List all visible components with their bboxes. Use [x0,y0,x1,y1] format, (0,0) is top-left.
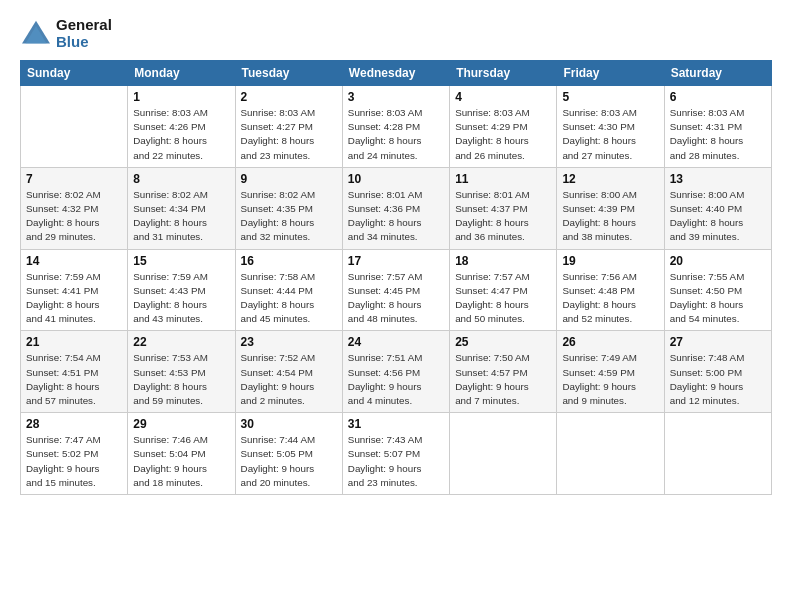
day-info: Sunrise: 7:57 AMSunset: 4:45 PMDaylight:… [348,270,444,327]
calendar-cell: 17Sunrise: 7:57 AMSunset: 4:45 PMDayligh… [342,249,449,331]
day-info: Sunrise: 8:03 AMSunset: 4:29 PMDaylight:… [455,106,551,163]
calendar-week-row: 14Sunrise: 7:59 AMSunset: 4:41 PMDayligh… [21,249,772,331]
day-number: 29 [133,417,229,431]
day-number: 18 [455,254,551,268]
calendar-cell: 11Sunrise: 8:01 AMSunset: 4:37 PMDayligh… [450,167,557,249]
calendar-cell: 9Sunrise: 8:02 AMSunset: 4:35 PMDaylight… [235,167,342,249]
day-number: 19 [562,254,658,268]
day-number: 2 [241,90,337,104]
day-info: Sunrise: 8:03 AMSunset: 4:28 PMDaylight:… [348,106,444,163]
day-header-wednesday: Wednesday [342,61,449,86]
day-number: 26 [562,335,658,349]
day-number: 23 [241,335,337,349]
day-number: 4 [455,90,551,104]
calendar-cell: 15Sunrise: 7:59 AMSunset: 4:43 PMDayligh… [128,249,235,331]
day-number: 27 [670,335,766,349]
calendar-cell: 6Sunrise: 8:03 AMSunset: 4:31 PMDaylight… [664,86,771,168]
day-header-friday: Friday [557,61,664,86]
day-number: 5 [562,90,658,104]
day-info: Sunrise: 7:48 AMSunset: 5:00 PMDaylight:… [670,351,766,408]
calendar-cell: 23Sunrise: 7:52 AMSunset: 4:54 PMDayligh… [235,331,342,413]
day-header-tuesday: Tuesday [235,61,342,86]
day-number: 17 [348,254,444,268]
day-info: Sunrise: 7:50 AMSunset: 4:57 PMDaylight:… [455,351,551,408]
calendar-table: SundayMondayTuesdayWednesdayThursdayFrid… [20,60,772,495]
day-number: 12 [562,172,658,186]
calendar-cell: 20Sunrise: 7:55 AMSunset: 4:50 PMDayligh… [664,249,771,331]
day-info: Sunrise: 7:51 AMSunset: 4:56 PMDaylight:… [348,351,444,408]
day-info: Sunrise: 8:02 AMSunset: 4:35 PMDaylight:… [241,188,337,245]
day-number: 25 [455,335,551,349]
day-info: Sunrise: 8:03 AMSunset: 4:30 PMDaylight:… [562,106,658,163]
day-info: Sunrise: 8:03 AMSunset: 4:31 PMDaylight:… [670,106,766,163]
logo-text: General Blue [56,16,112,50]
calendar-cell: 4Sunrise: 8:03 AMSunset: 4:29 PMDaylight… [450,86,557,168]
day-number: 21 [26,335,122,349]
calendar-cell: 29Sunrise: 7:46 AMSunset: 5:04 PMDayligh… [128,413,235,495]
calendar-cell: 30Sunrise: 7:44 AMSunset: 5:05 PMDayligh… [235,413,342,495]
day-info: Sunrise: 7:53 AMSunset: 4:53 PMDaylight:… [133,351,229,408]
day-number: 13 [670,172,766,186]
day-number: 10 [348,172,444,186]
calendar-cell: 31Sunrise: 7:43 AMSunset: 5:07 PMDayligh… [342,413,449,495]
calendar-cell: 1Sunrise: 8:03 AMSunset: 4:26 PMDaylight… [128,86,235,168]
day-info: Sunrise: 8:01 AMSunset: 4:36 PMDaylight:… [348,188,444,245]
day-info: Sunrise: 8:03 AMSunset: 4:26 PMDaylight:… [133,106,229,163]
day-number: 8 [133,172,229,186]
day-number: 1 [133,90,229,104]
day-header-thursday: Thursday [450,61,557,86]
day-info: Sunrise: 7:47 AMSunset: 5:02 PMDaylight:… [26,433,122,490]
calendar-cell: 28Sunrise: 7:47 AMSunset: 5:02 PMDayligh… [21,413,128,495]
calendar-cell: 12Sunrise: 8:00 AMSunset: 4:39 PMDayligh… [557,167,664,249]
day-number: 3 [348,90,444,104]
calendar-cell: 2Sunrise: 8:03 AMSunset: 4:27 PMDaylight… [235,86,342,168]
calendar-week-row: 21Sunrise: 7:54 AMSunset: 4:51 PMDayligh… [21,331,772,413]
day-header-saturday: Saturday [664,61,771,86]
calendar-cell: 25Sunrise: 7:50 AMSunset: 4:57 PMDayligh… [450,331,557,413]
calendar-cell: 14Sunrise: 7:59 AMSunset: 4:41 PMDayligh… [21,249,128,331]
calendar-header-row: SundayMondayTuesdayWednesdayThursdayFrid… [21,61,772,86]
calendar-cell: 22Sunrise: 7:53 AMSunset: 4:53 PMDayligh… [128,331,235,413]
day-info: Sunrise: 7:49 AMSunset: 4:59 PMDaylight:… [562,351,658,408]
day-number: 31 [348,417,444,431]
day-info: Sunrise: 8:00 AMSunset: 4:40 PMDaylight:… [670,188,766,245]
day-info: Sunrise: 7:59 AMSunset: 4:41 PMDaylight:… [26,270,122,327]
day-info: Sunrise: 7:58 AMSunset: 4:44 PMDaylight:… [241,270,337,327]
calendar-week-row: 7Sunrise: 8:02 AMSunset: 4:32 PMDaylight… [21,167,772,249]
logo-icon [20,19,52,47]
calendar-cell: 5Sunrise: 8:03 AMSunset: 4:30 PMDaylight… [557,86,664,168]
calendar-cell: 16Sunrise: 7:58 AMSunset: 4:44 PMDayligh… [235,249,342,331]
calendar-cell: 24Sunrise: 7:51 AMSunset: 4:56 PMDayligh… [342,331,449,413]
day-header-sunday: Sunday [21,61,128,86]
calendar-cell [557,413,664,495]
day-number: 6 [670,90,766,104]
day-info: Sunrise: 7:54 AMSunset: 4:51 PMDaylight:… [26,351,122,408]
logo: General Blue [20,16,112,50]
day-number: 7 [26,172,122,186]
calendar-week-row: 1Sunrise: 8:03 AMSunset: 4:26 PMDaylight… [21,86,772,168]
day-header-monday: Monday [128,61,235,86]
calendar-week-row: 28Sunrise: 7:47 AMSunset: 5:02 PMDayligh… [21,413,772,495]
calendar-cell: 3Sunrise: 8:03 AMSunset: 4:28 PMDaylight… [342,86,449,168]
day-info: Sunrise: 7:52 AMSunset: 4:54 PMDaylight:… [241,351,337,408]
day-number: 30 [241,417,337,431]
calendar-cell: 26Sunrise: 7:49 AMSunset: 4:59 PMDayligh… [557,331,664,413]
day-info: Sunrise: 7:57 AMSunset: 4:47 PMDaylight:… [455,270,551,327]
calendar-cell: 19Sunrise: 7:56 AMSunset: 4:48 PMDayligh… [557,249,664,331]
day-info: Sunrise: 7:46 AMSunset: 5:04 PMDaylight:… [133,433,229,490]
calendar-cell: 8Sunrise: 8:02 AMSunset: 4:34 PMDaylight… [128,167,235,249]
day-info: Sunrise: 7:56 AMSunset: 4:48 PMDaylight:… [562,270,658,327]
day-info: Sunrise: 8:00 AMSunset: 4:39 PMDaylight:… [562,188,658,245]
page-container: General Blue SundayMondayTuesdayWednesda… [0,0,792,505]
day-info: Sunrise: 7:55 AMSunset: 4:50 PMDaylight:… [670,270,766,327]
day-number: 9 [241,172,337,186]
day-number: 22 [133,335,229,349]
day-number: 16 [241,254,337,268]
day-number: 11 [455,172,551,186]
day-number: 28 [26,417,122,431]
day-info: Sunrise: 7:44 AMSunset: 5:05 PMDaylight:… [241,433,337,490]
calendar-cell [21,86,128,168]
calendar-cell: 10Sunrise: 8:01 AMSunset: 4:36 PMDayligh… [342,167,449,249]
calendar-cell: 21Sunrise: 7:54 AMSunset: 4:51 PMDayligh… [21,331,128,413]
calendar-cell [450,413,557,495]
